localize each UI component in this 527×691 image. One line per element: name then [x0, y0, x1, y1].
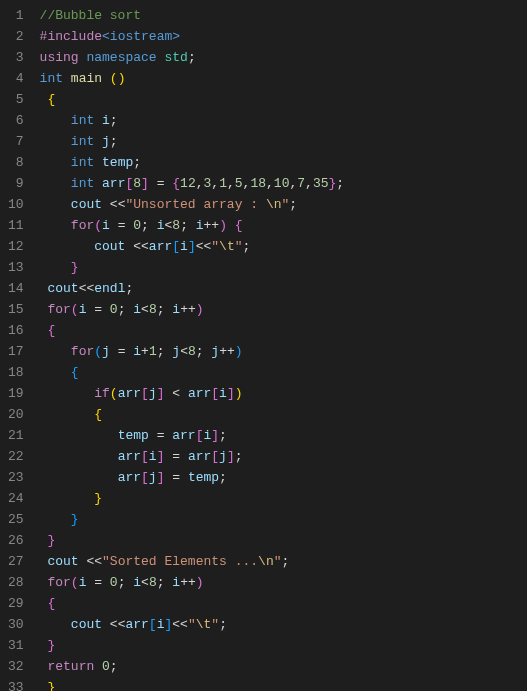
code-line[interactable]: cout <<arr[i]<<"\t"; [40, 614, 345, 635]
code-line[interactable]: int i; [40, 110, 345, 131]
code-line[interactable]: return 0; [40, 656, 345, 677]
token-br1: { [47, 92, 55, 107]
code-line[interactable]: cout <<arr[i]<<"\t"; [40, 236, 345, 257]
token-num: 8 [188, 344, 196, 359]
token-op: ; [157, 302, 173, 317]
token-pps: <iostream> [102, 29, 180, 44]
token-br2: { [47, 596, 55, 611]
token-br2: [ [211, 386, 219, 401]
code-line[interactable]: arr[i] = arr[j]; [40, 446, 345, 467]
code-line[interactable]: #include<iostream> [40, 26, 345, 47]
line-number: 28 [8, 572, 24, 593]
token-op: = [86, 575, 109, 590]
code-line[interactable]: } [40, 677, 345, 691]
token-op: ; [133, 155, 141, 170]
token-op: ++ [219, 344, 235, 359]
line-number: 32 [8, 656, 24, 677]
code-line[interactable]: int main () [40, 68, 345, 89]
token-id: arr [149, 239, 172, 254]
code-line[interactable]: } [40, 257, 345, 278]
token-op: ; [196, 344, 212, 359]
token-id: arr [188, 449, 211, 464]
token-num: 8 [149, 575, 157, 590]
code-line[interactable]: { [40, 320, 345, 341]
token-br3: [ [149, 617, 157, 632]
token-op: << [102, 617, 125, 632]
token-str: "Unsorted array : [125, 197, 265, 212]
line-number: 19 [8, 383, 24, 404]
line-number: 11 [8, 215, 24, 236]
code-line[interactable]: arr[j] = temp; [40, 467, 345, 488]
token-op: ; [219, 428, 227, 443]
token-br2: ] [227, 386, 235, 401]
code-line[interactable]: } [40, 635, 345, 656]
token-id: arr [118, 386, 141, 401]
token-br3: ( [94, 344, 102, 359]
code-line[interactable]: int arr[8] = {12,3,1,5,18,10,7,35}; [40, 173, 345, 194]
token-op: << [102, 197, 125, 212]
token-op: , [266, 176, 274, 191]
token-str: " [211, 617, 219, 632]
code-line[interactable]: int temp; [40, 152, 345, 173]
code-line[interactable]: { [40, 593, 345, 614]
code-line[interactable]: int j; [40, 131, 345, 152]
token-op: << [196, 239, 212, 254]
token-op [94, 176, 102, 191]
code-editor: 1234567891011121314151617181920212223242… [0, 0, 527, 691]
token-str: " [211, 239, 219, 254]
code-line[interactable]: temp = arr[i]; [40, 425, 345, 446]
token-type: int [71, 155, 94, 170]
code-line[interactable]: for(i = 0; i<8; i++) [40, 572, 345, 593]
token-op: ; [110, 113, 118, 128]
token-op [63, 71, 71, 86]
line-number: 1 [8, 5, 24, 26]
code-line[interactable]: for(i = 0; i<8; i++) { [40, 215, 345, 236]
token-br2: ] [141, 176, 149, 191]
token-br1: { [94, 407, 102, 422]
code-area[interactable]: //Bubble sort#include<iostream>using nam… [36, 0, 345, 691]
token-type: int [71, 176, 94, 191]
code-line[interactable]: } [40, 488, 345, 509]
code-line[interactable]: { [40, 362, 345, 383]
token-br2: [ [141, 470, 149, 485]
code-line[interactable]: using namespace std; [40, 47, 345, 68]
token-op: = [149, 428, 172, 443]
code-line[interactable]: { [40, 404, 345, 425]
token-kw2: for [71, 218, 94, 233]
token-num: 7 [297, 176, 305, 191]
code-line[interactable]: cout <<"Sorted Elements ...\n"; [40, 551, 345, 572]
token-op: ++ [204, 218, 220, 233]
token-op: ; [110, 134, 118, 149]
code-line[interactable]: { [40, 89, 345, 110]
token-br2: { [47, 323, 55, 338]
token-op: ; [180, 218, 196, 233]
code-line[interactable]: for(j = i+1; j<8; j++) [40, 341, 345, 362]
token-op: , [227, 176, 235, 191]
code-line[interactable]: cout<<endl; [40, 278, 345, 299]
code-line[interactable]: } [40, 530, 345, 551]
token-str: " [274, 554, 282, 569]
code-line[interactable]: if(arr[j] < arr[i]) [40, 383, 345, 404]
line-number: 4 [8, 68, 24, 89]
code-line[interactable]: } [40, 509, 345, 530]
token-op: ; [125, 281, 133, 296]
token-esc: \n [258, 554, 274, 569]
line-number: 31 [8, 635, 24, 656]
token-op: = [164, 449, 187, 464]
token-br2: ) [219, 218, 227, 233]
token-id: j [149, 386, 157, 401]
line-number: 33 [8, 677, 24, 691]
code-line[interactable]: cout <<"Unsorted array : \n"; [40, 194, 345, 215]
token-br1: ( [110, 71, 118, 86]
line-number: 23 [8, 467, 24, 488]
token-num: 18 [250, 176, 266, 191]
token-br2: [ [211, 449, 219, 464]
code-line[interactable]: //Bubble sort [40, 5, 345, 26]
token-op: ; [235, 449, 243, 464]
token-kw: namespace [86, 50, 156, 65]
token-br3: ] [188, 239, 196, 254]
token-cout: cout [71, 617, 102, 632]
token-pp: #include [40, 29, 102, 44]
code-line[interactable]: for(i = 0; i<8; i++) [40, 299, 345, 320]
token-esc: \t [219, 239, 235, 254]
